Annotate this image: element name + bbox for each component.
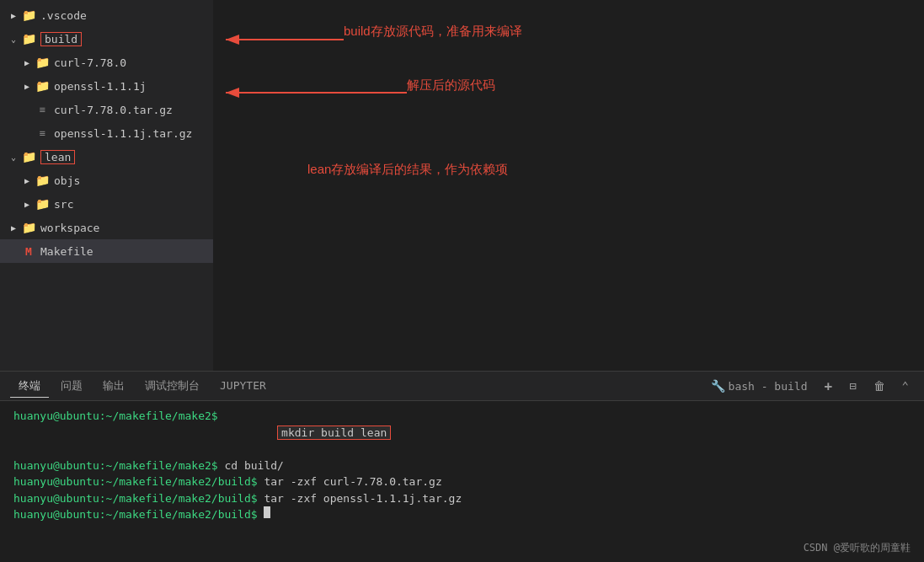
annotation-svg xyxy=(213,0,924,371)
cmd-highlighted: mkdir build lean xyxy=(277,426,391,440)
terminal-actions: 🔧 bash - build + ⊟ 🗑 ⌃ xyxy=(706,377,914,396)
terminal-prompt: huanyu@ubuntu:~/makefile/make2/build$ xyxy=(13,474,258,490)
lean-annotation: lean存放编译后的结果，作为依赖项 xyxy=(307,162,508,178)
terminal-line-1: huanyu@ubuntu:~/makefile/make2$ mkdir bu… xyxy=(13,408,911,458)
terminal-prompt: huanyu@ubuntu:~/makefile/make2/build$ xyxy=(13,490,258,507)
terminal-line-4: huanyu@ubuntu:~/makefile/make2/build$ ta… xyxy=(13,490,911,507)
lean-folder-label: lean xyxy=(40,150,75,164)
folder-icon: 📁 xyxy=(22,32,35,45)
plus-icon: + xyxy=(824,378,832,394)
folder-icon: 📁 xyxy=(35,56,49,69)
tab-jupyter[interactable]: JUPYTER xyxy=(211,376,275,396)
folder-icon: 📁 xyxy=(35,197,49,211)
terminal-command: tar -zxf openssl-1.1.1j.tar.gz xyxy=(258,490,462,507)
tree-item-makefile[interactable]: ▶ M Makefile xyxy=(0,239,213,263)
terminal-prompt: huanyu@ubuntu:~/makefile/make2/build$ xyxy=(13,506,258,523)
item-label: .vscode xyxy=(40,9,87,22)
kill-terminal-button[interactable]: 🗑 xyxy=(868,377,890,394)
terminal-prompt: huanyu@ubuntu:~/makefile/make2$ xyxy=(13,408,218,425)
collapse-arrow: ▶ xyxy=(20,197,34,211)
file-icon: ≡ xyxy=(35,103,49,116)
terminal-body[interactable]: huanyu@ubuntu:~/makefile/make2$ mkdir bu… xyxy=(0,401,924,562)
folder-icon: 📁 xyxy=(22,8,35,22)
tree-item-openssl[interactable]: ▶ 📁 openssl-1.1.1j xyxy=(0,74,213,98)
tree-item-curl-tar[interactable]: ▶ ≡ curl-7.78.0.tar.gz xyxy=(0,98,213,121)
collapse-arrow: ⌄ xyxy=(7,32,20,45)
item-label: openssl-1.1.1j.tar.gz xyxy=(54,127,192,140)
makefile-icon: M xyxy=(22,244,35,258)
collapse-arrow: ▶ xyxy=(20,174,34,187)
terminal-line-5: huanyu@ubuntu:~/makefile/make2/build$ xyxy=(13,506,911,523)
tree-item-workspace[interactable]: ▶ 📁 workspace xyxy=(0,216,213,239)
file-explorer: ▶ 📁 .vscode ⌄ 📁 build ▶ 📁 curl-7.78.0 ▶ … xyxy=(0,0,213,371)
trash-icon: 🗑 xyxy=(873,379,885,393)
tree-item-objs[interactable]: ▶ 📁 objs xyxy=(0,169,213,192)
terminal-command: cd build/ xyxy=(218,458,284,474)
terminal-command: mkdir build lean xyxy=(218,408,392,458)
folder-icon: 📁 xyxy=(35,174,49,187)
item-label: workspace xyxy=(40,222,99,234)
item-label: openssl-1.1.1j xyxy=(54,80,147,93)
terminal-command: tar -zxf curl-7.78.0.tar.gz xyxy=(258,474,442,490)
item-label: curl-7.78.0.tar.gz xyxy=(54,104,173,116)
item-label: objs xyxy=(54,174,80,187)
terminal-tabs: 终端 问题 输出 调试控制台 JUPYTER 🔧 bash - build + … xyxy=(0,372,924,401)
split-terminal-button[interactable]: ⊟ xyxy=(844,377,861,394)
add-terminal-button[interactable]: + xyxy=(819,377,837,396)
terminal-line-3: huanyu@ubuntu:~/makefile/make2/build$ ta… xyxy=(13,474,911,490)
terminal-panel: 终端 问题 输出 调试控制台 JUPYTER 🔧 bash - build + … xyxy=(0,371,924,562)
main-content: build存放源代码，准备用来编译 解压后的源代码 lean存放编译后的结果，作… xyxy=(213,0,924,371)
tree-item-build[interactable]: ⌄ 📁 build xyxy=(0,27,213,51)
terminal-cursor xyxy=(264,506,270,518)
collapse-arrow: ▶ xyxy=(7,221,20,234)
terminal-command xyxy=(258,506,264,523)
tree-item-vscode[interactable]: ▶ 📁 .vscode xyxy=(0,3,213,27)
tab-output[interactable]: 输出 xyxy=(94,375,133,398)
chevron-up-icon: ⌃ xyxy=(902,379,909,393)
item-label: curl-7.78.0 xyxy=(54,56,126,69)
terminal-line-2: huanyu@ubuntu:~/makefile/make2$ cd build… xyxy=(13,458,911,474)
shell-selector[interactable]: 🔧 bash - build xyxy=(706,377,813,394)
shell-label: bash - build xyxy=(729,380,808,393)
item-label: Makefile xyxy=(40,245,93,258)
source-annotation: 解压后的源代码 xyxy=(407,78,495,94)
folder-icon: 📁 xyxy=(22,150,35,163)
collapse-arrow: ▶ xyxy=(20,56,34,69)
collapse-arrow: ▶ xyxy=(20,79,34,93)
tree-item-curl[interactable]: ▶ 📁 curl-7.78.0 xyxy=(0,51,213,74)
collapse-arrow: ▶ xyxy=(7,8,20,22)
shell-icon: 🔧 xyxy=(711,379,725,393)
maximize-terminal-button[interactable]: ⌃ xyxy=(897,377,914,394)
tab-problems[interactable]: 问题 xyxy=(52,375,91,398)
item-label: src xyxy=(54,198,73,211)
tree-item-openssl-tar[interactable]: ▶ ≡ openssl-1.1.1j.tar.gz xyxy=(0,121,213,145)
terminal-prompt: huanyu@ubuntu:~/makefile/make2$ xyxy=(13,458,218,474)
build-annotation: build存放源代码，准备用来编译 xyxy=(344,24,522,40)
folder-icon: 📁 xyxy=(22,221,35,234)
split-icon: ⊟ xyxy=(849,379,856,393)
tab-terminal[interactable]: 终端 xyxy=(10,375,49,398)
tab-debug[interactable]: 调试控制台 xyxy=(136,375,208,398)
watermark: CSDN @爱听歌的周童鞋 xyxy=(804,540,911,555)
file-icon: ≡ xyxy=(35,126,49,140)
cmd-space xyxy=(270,426,277,439)
collapse-arrow: ⌄ xyxy=(7,150,20,163)
build-folder-label: build xyxy=(40,32,82,46)
tree-item-src[interactable]: ▶ 📁 src xyxy=(0,192,213,216)
folder-icon: 📁 xyxy=(35,79,49,93)
tree-item-lean[interactable]: ⌄ 📁 lean xyxy=(0,145,213,169)
